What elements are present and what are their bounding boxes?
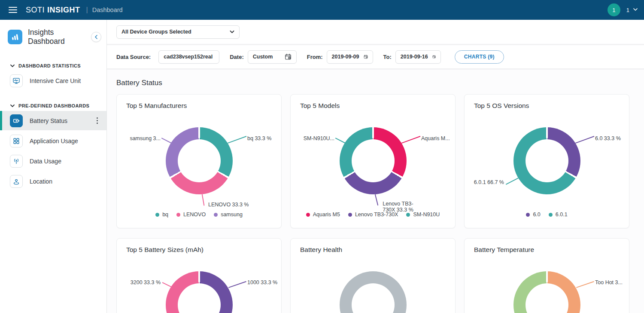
donut-chart[interactable]	[340, 127, 407, 194]
legend-dot-icon	[549, 213, 553, 217]
callout-leader	[401, 136, 421, 143]
callout-leader	[375, 194, 378, 206]
sidebar-item-data-usage[interactable]: Data Usage	[0, 151, 106, 171]
donut-chart[interactable]	[166, 271, 233, 313]
sidebar-title: Insights Dashboard	[28, 28, 91, 46]
chart-title: Top 5 Manufacturers	[126, 102, 187, 110]
legend-item: Aquaris M5	[306, 212, 340, 218]
legend-dot-icon	[306, 213, 310, 217]
battery-icon	[10, 114, 23, 127]
calendar-icon	[432, 53, 436, 60]
chart-card-battery-health: Battery Health	[290, 238, 456, 313]
device-groups-bar: All Device Groups Selected	[107, 20, 644, 45]
chart-title: Battery Temperature	[474, 246, 534, 254]
user-name: 1	[626, 7, 629, 13]
sidebar: Insights Dashboard DASHBOARD STATISTICS …	[0, 20, 107, 313]
hamburger-menu-icon[interactable]	[9, 7, 17, 13]
main-content: All Device Groups Selected Data Source: …	[107, 20, 644, 313]
chart-card-top5-os-versions: Top 5 OS Versions 6.0 33.3 % 6.0.1 66.7 …	[464, 94, 629, 228]
sidebar-item-intensive-care-unit[interactable]: Intensive Care Unit	[0, 71, 106, 90]
sidebar-section-dashboard-statistics[interactable]: DASHBOARD STATISTICS	[0, 61, 106, 70]
sidebar-collapse-button[interactable]	[91, 32, 101, 42]
chevron-down-icon	[633, 8, 637, 12]
to-label: To:	[383, 54, 392, 60]
legend-item: LENOVO	[176, 212, 206, 218]
chart-callout: bq 33.3 %	[247, 135, 271, 141]
chart-callout: 1000 33.3 %	[247, 279, 277, 285]
from-date-picker[interactable]: 2019-09-09	[327, 50, 373, 64]
callout-leader	[506, 178, 519, 184]
chart-title: Battery Health	[300, 246, 342, 254]
sidebar-item-application-usage[interactable]: Application Usage	[0, 131, 106, 150]
chart-legend: Aquaris M5Lenovo TB3-730XSM-N910U	[291, 212, 455, 218]
chart-card-battery-temperature: Battery Temperature Too Hot 3...	[464, 238, 629, 313]
chart-card-top5-models: Top 5 Models Aquaris M... SM-N910U... Le…	[290, 94, 456, 228]
sidebar-item-location[interactable]: Location	[0, 172, 106, 191]
legend-item: Lenovo TB3-730X	[348, 212, 398, 218]
section-title: Battery Status	[107, 70, 644, 87]
chart-callout: LENOVO 33.3 %	[208, 202, 249, 208]
callout-leader	[228, 136, 247, 143]
donut-chart[interactable]	[340, 271, 407, 313]
from-label: From:	[307, 54, 323, 60]
date-label: Date:	[230, 54, 244, 60]
legend-dot-icon	[348, 213, 352, 217]
calendar-icon	[285, 53, 292, 60]
date-preset-picker[interactable]: Custom	[248, 50, 297, 64]
donut-chart[interactable]	[166, 127, 233, 194]
device-groups-select[interactable]: All Device Groups Selected	[116, 25, 240, 39]
callout-leader	[575, 136, 595, 143]
legend-dot-icon	[214, 213, 218, 217]
chart-title: Top 5 Battery Sizes (mAh)	[126, 246, 204, 254]
callout-leader	[228, 281, 246, 288]
filter-bar: Data Source: cad238vsep152real Date: Cus…	[107, 45, 644, 70]
chart-title: Top 5 Models	[300, 102, 340, 110]
legend-dot-icon	[176, 213, 180, 217]
sidebar-item-battery-status[interactable]: Battery Status	[0, 111, 106, 130]
legend-item: 6.0	[526, 212, 540, 218]
location-icon	[10, 175, 23, 188]
brand-separator: |	[86, 6, 88, 14]
charts-count-button[interactable]: CHARTS (9)	[455, 50, 504, 64]
legend-item: SM-N910U	[406, 212, 440, 218]
legend-dot-icon	[155, 213, 159, 217]
callout-leader	[576, 281, 594, 288]
calendar-icon	[364, 53, 368, 60]
user-menu[interactable]: 1	[626, 7, 637, 13]
user-avatar[interactable]: 1	[608, 3, 620, 16]
chart-legend: bqLENOVOsamsung	[117, 212, 281, 218]
insights-logo-icon	[8, 30, 22, 44]
chart-callout: 6.0.1 66.7 %	[468, 179, 504, 185]
chart-callout: 6.0 33.3 %	[595, 135, 621, 141]
chart-callout: Aquaris M...	[421, 135, 450, 141]
chart-callout: samsung 3...	[123, 135, 161, 141]
chart-title: Top 5 OS Versions	[474, 102, 529, 110]
charts-grid: Top 5 Manufacturers bq 33.3 % samsung 3.…	[107, 87, 644, 313]
brand-logo: SOTI INSIGHT	[26, 6, 80, 15]
legend-dot-icon	[526, 213, 530, 217]
chevron-down-icon	[10, 64, 15, 68]
sidebar-section-pre-defined-dashboards[interactable]: PRE-DEFINED DASHBOARDS	[0, 101, 106, 110]
chevron-down-icon	[10, 104, 15, 107]
legend-item: samsung	[214, 212, 243, 218]
chart-callout: SM-N910U...	[297, 135, 334, 141]
antenna-icon	[10, 155, 23, 168]
legend-item: bq	[155, 212, 168, 218]
legend-dot-icon	[406, 213, 410, 217]
monitor-icon	[10, 74, 23, 87]
chart-callout: Lenovo TB3-730X 33.3 %	[380, 201, 416, 213]
chart-card-top5-manufacturers: Top 5 Manufacturers bq 33.3 % samsung 3.…	[116, 94, 282, 228]
data-source-select[interactable]: cad238vsep152real	[158, 50, 219, 64]
brand-insight: INSIGHT	[47, 6, 80, 15]
donut-chart[interactable]	[513, 271, 580, 313]
chart-card-top5-battery-sizes: Top 5 Battery Sizes (mAh) 1000 33.3 % 32…	[116, 238, 282, 313]
breadcrumb-page: Dashboard	[92, 6, 123, 13]
donut-chart[interactable]	[513, 127, 580, 194]
top-navbar: SOTI INSIGHT | Dashboard 1 1	[0, 0, 644, 20]
brand-soti: SOTI	[26, 6, 45, 15]
legend-item: 6.0.1	[549, 212, 568, 218]
item-options-kebab-icon[interactable]	[97, 120, 98, 121]
grid-icon	[10, 135, 23, 147]
to-date-picker[interactable]: 2019-09-16	[395, 50, 441, 64]
chart-legend: 6.06.0.1	[465, 212, 629, 218]
